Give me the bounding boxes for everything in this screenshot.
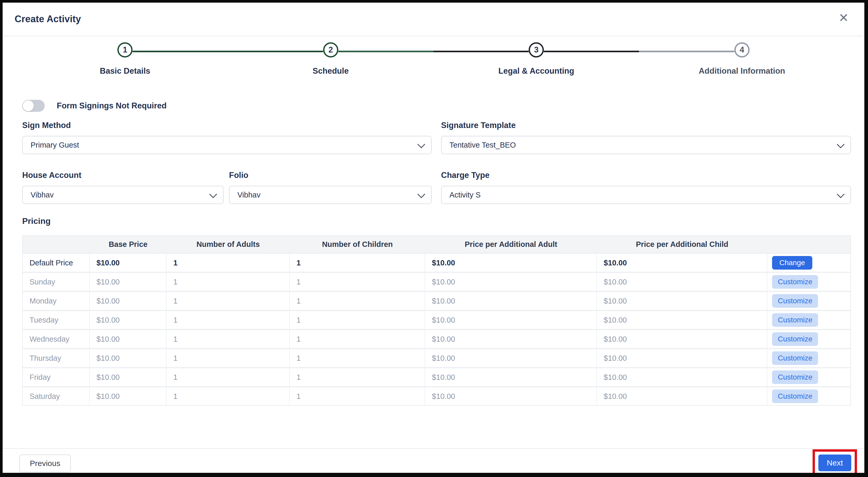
customize-button[interactable]: Customize [772, 275, 818, 288]
row-value: $10.00 [90, 273, 166, 291]
sign-method-value: Primary Guest [31, 141, 418, 149]
row-value: 1 [290, 387, 425, 405]
column-header-price-per-additional-child: Price per Additional Child [597, 236, 767, 252]
form-signings-toggle[interactable] [22, 100, 45, 112]
chevron-down-icon [837, 190, 844, 198]
chevron-down-icon [417, 190, 425, 198]
row-value: $10.00 [425, 273, 597, 291]
customize-button[interactable]: Customize [772, 332, 818, 346]
row-value: $10.00 [90, 254, 166, 272]
table-row: Sunday$10.0011$10.00$10.00Customize [23, 273, 850, 291]
modal-header: Create Activity ✕ [3, 3, 864, 35]
row-value: $10.00 [90, 330, 166, 348]
signature-template-select[interactable]: Tentative Test_BEO [441, 136, 851, 154]
row-value: 1 [166, 311, 290, 329]
row-value: $10.00 [597, 368, 767, 386]
customize-button[interactable]: Customize [772, 370, 818, 384]
row-action-cell: Customize [767, 273, 850, 291]
row-value: $10.00 [90, 387, 166, 405]
chevron-down-icon [209, 190, 217, 198]
customize-button[interactable]: Customize [772, 313, 818, 327]
row-value: 1 [290, 273, 425, 291]
row-value: $10.00 [597, 292, 767, 310]
chevron-down-icon [417, 140, 425, 148]
row-label: Tuesday [23, 311, 90, 329]
change-button[interactable]: Change [772, 256, 812, 270]
row-label: Monday [23, 292, 90, 310]
pricing-table-header: Base Price Number of Adults Number of Ch… [23, 236, 850, 252]
previous-button[interactable]: Previous [19, 454, 71, 472]
row-value: $10.00 [425, 387, 597, 405]
step-circle-legal-accounting[interactable]: 3 [529, 42, 544, 58]
row-value: 1 [290, 311, 425, 329]
row-action-cell: Customize [767, 292, 850, 310]
charge-type-value: Activity S [450, 191, 837, 199]
row-action-cell: Customize [767, 349, 850, 367]
pricing-table-body: Default Price$10.0011$10.00$10.00ChangeS… [23, 254, 850, 405]
row-label: Wednesday [23, 330, 90, 348]
row-label: Default Price [23, 254, 90, 272]
step-circle-schedule[interactable]: 2 [323, 42, 338, 58]
table-row: Tuesday$10.0011$10.00$10.00Customize [23, 311, 850, 329]
row-value: $10.00 [597, 273, 767, 291]
step-label-schedule: Schedule [228, 66, 434, 76]
row-value: $10.00 [597, 330, 767, 348]
customize-button[interactable]: Customize [772, 351, 818, 365]
toggle-knob [23, 100, 34, 111]
row-label: Thursday [23, 349, 90, 367]
charge-type-select[interactable]: Activity S [441, 186, 851, 204]
header-divider [3, 36, 864, 36]
row-action-cell: Customize [767, 368, 850, 386]
row-value: 1 [166, 387, 290, 405]
row-value: 1 [290, 349, 425, 367]
step-circle-basic-details[interactable]: 1 [117, 42, 132, 58]
row-value: $10.00 [425, 292, 597, 310]
row-value: 1 [290, 292, 425, 310]
row-value: $10.00 [597, 387, 767, 405]
pricing-table: Base Price Number of Adults Number of Ch… [22, 235, 851, 406]
table-row: Wednesday$10.0011$10.00$10.00Customize [23, 330, 850, 348]
column-header-number-of-adults: Number of Adults [166, 236, 290, 252]
sign-method-select[interactable]: Primary Guest [22, 136, 432, 154]
column-header [23, 236, 90, 252]
row-value: 1 [166, 254, 290, 272]
folio-select[interactable]: Vibhav [229, 186, 432, 204]
stepper-connector-2 [338, 51, 529, 52]
row-label: Friday [23, 368, 90, 386]
table-row: Default Price$10.0011$10.00$10.00Change [23, 254, 850, 272]
row-value: 1 [290, 368, 425, 386]
row-value: $10.00 [597, 311, 767, 329]
column-header-price-per-additional-adult: Price per Additional Adult [425, 236, 597, 252]
sign-method-label: Sign Method [22, 121, 71, 130]
house-account-select[interactable]: Vibhav [22, 186, 223, 204]
row-action-cell: Customize [767, 387, 850, 405]
row-value: $10.00 [597, 254, 767, 272]
table-row: Saturday$10.0011$10.00$10.00Customize [23, 387, 850, 405]
step-circle-additional-information[interactable]: 4 [735, 42, 750, 58]
column-header-base-price: Base Price [90, 236, 166, 252]
close-icon[interactable]: ✕ [837, 11, 850, 24]
step-label-additional-information: Additional Information [639, 66, 845, 76]
signature-template-label: Signature Template [441, 121, 516, 130]
customize-button[interactable]: Customize [772, 389, 818, 403]
table-row: Friday$10.0011$10.00$10.00Customize [23, 368, 850, 386]
footer-divider [3, 448, 864, 449]
charge-type-label: Charge Type [441, 171, 489, 180]
row-value: $10.00 [425, 311, 597, 329]
stepper-connector-1 [132, 51, 323, 52]
next-button-highlight-annotation: Next [813, 449, 857, 476]
step-label-legal-accounting: Legal & Accounting [433, 66, 639, 76]
row-value: 1 [166, 349, 290, 367]
next-button[interactable]: Next [818, 454, 851, 471]
row-label: Saturday [23, 387, 90, 405]
customize-button[interactable]: Customize [772, 294, 818, 308]
table-row: Monday$10.0011$10.00$10.00Customize [23, 292, 850, 310]
row-value: $10.00 [90, 292, 166, 310]
row-value: $10.00 [90, 349, 166, 367]
row-action-cell: Customize [767, 311, 850, 329]
row-value: $10.00 [425, 254, 597, 272]
table-row: Thursday$10.0011$10.00$10.00Customize [23, 349, 850, 367]
wizard-stepper: 1 2 3 4 Basic Details Schedule Legal & A… [22, 42, 845, 81]
row-value: $10.00 [425, 330, 597, 348]
row-value: $10.00 [90, 368, 166, 386]
